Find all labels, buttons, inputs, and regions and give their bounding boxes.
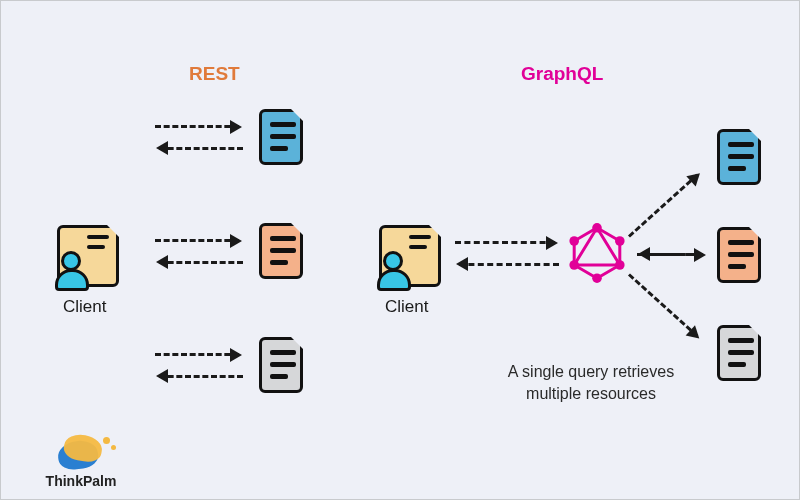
arrow-rest-2-req bbox=[155, 239, 239, 242]
thinkpalm-logo: ThinkPalm bbox=[31, 433, 131, 489]
arrow-rest-2-res bbox=[159, 261, 243, 264]
svg-marker-1 bbox=[574, 228, 620, 265]
arrow-rest-3-res bbox=[159, 375, 243, 378]
doc-gql-1 bbox=[717, 129, 761, 185]
svg-point-3 bbox=[615, 236, 625, 246]
diagram-canvas: REST GraphQL Client Client bbox=[0, 0, 800, 500]
svg-point-4 bbox=[615, 260, 625, 270]
graphql-logo-icon bbox=[567, 223, 627, 283]
svg-point-6 bbox=[569, 260, 579, 270]
doc-rest-2 bbox=[259, 223, 303, 279]
client-rest bbox=[57, 225, 119, 287]
label-client-left: Client bbox=[63, 297, 106, 317]
arrow-rest-3-req bbox=[155, 353, 239, 356]
arrow-gql-to-client bbox=[459, 263, 559, 266]
doc-gql-2 bbox=[717, 227, 761, 283]
heading-rest: REST bbox=[189, 63, 240, 85]
caption-single-query: A single query retrieves multiple resour… bbox=[471, 361, 711, 404]
svg-point-7 bbox=[569, 236, 579, 246]
heading-graphql: GraphQL bbox=[521, 63, 603, 85]
label-client-right: Client bbox=[385, 297, 428, 317]
arrow-gql-to-doc1 bbox=[628, 174, 698, 238]
arrow-rest-1-req bbox=[155, 125, 239, 128]
arrow-gql-to-doc3 bbox=[628, 273, 698, 337]
client-graphql bbox=[379, 225, 441, 287]
svg-point-5 bbox=[592, 273, 602, 283]
arrow-gql-to-doc2-in bbox=[641, 253, 701, 256]
thinkpalm-logo-text: ThinkPalm bbox=[31, 473, 131, 489]
svg-point-2 bbox=[592, 223, 602, 233]
doc-rest-3 bbox=[259, 337, 303, 393]
arrow-client-to-gql bbox=[455, 241, 555, 244]
doc-rest-1 bbox=[259, 109, 303, 165]
arrow-rest-1-res bbox=[159, 147, 243, 150]
doc-gql-3 bbox=[717, 325, 761, 381]
